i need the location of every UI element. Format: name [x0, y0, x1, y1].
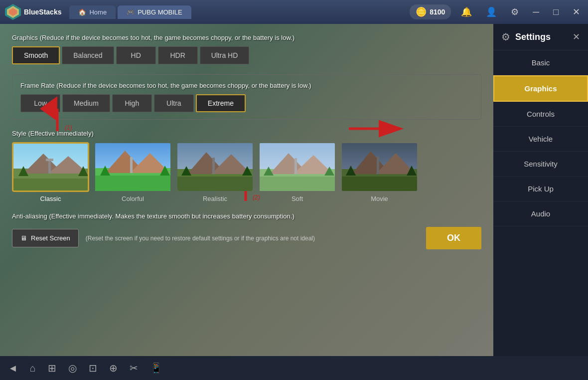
style-realistic-label: Realistic	[203, 195, 227, 202]
sidebar: ⚙ Settings ✕ Basic Graphics Controls Veh…	[493, 24, 588, 356]
notification-button[interactable]: 🔔	[457, 4, 476, 19]
style-realistic[interactable]: Realistic	[176, 142, 254, 202]
style-movie-thumb	[341, 142, 418, 192]
cut-button[interactable]: ✂	[128, 360, 140, 376]
style-soft-label: Soft	[292, 195, 303, 202]
settings-gear-icon: ⚙	[501, 31, 510, 43]
style-grid: Classic	[12, 142, 481, 202]
game-tab-label: PUBG MOBILE	[138, 8, 182, 16]
framerate-extreme-btn[interactable]: Extreme	[196, 94, 246, 112]
location-button[interactable]: ⊕	[107, 360, 120, 376]
style-movie-label: Movie	[371, 195, 388, 202]
sidebar-item-sensitivity[interactable]: Sensitivity	[493, 152, 588, 177]
svg-rect-50	[377, 157, 379, 174]
title-bar: BlueStacks 🏠 Home 🎮 PUBG MOBILE 🪙 8100 🔔…	[0, 0, 588, 24]
app-name: BlueStacks	[24, 8, 61, 16]
framerate-ultra-btn[interactable]: Ultra	[154, 94, 194, 112]
settings-title: Settings	[515, 32, 551, 42]
bluestacks-logo	[4, 3, 22, 21]
graphics-section: Graphics (Reduce if the device becomes t…	[12, 34, 481, 64]
settings-button[interactable]: ⚙	[507, 4, 523, 19]
reset-icon: 🖥	[20, 234, 27, 242]
home-tab-label: Home	[89, 8, 107, 16]
framerate-high-btn[interactable]: High	[112, 94, 152, 112]
style-classic-thumb	[12, 142, 89, 192]
ok-button[interactable]: OK	[426, 227, 481, 249]
reset-screen-button[interactable]: 🖥 Reset Screen	[12, 229, 79, 247]
back-button[interactable]: ◄	[6, 361, 20, 376]
minimize-button[interactable]: ─	[529, 5, 543, 19]
close-button[interactable]: ✕	[569, 4, 584, 19]
framerate-title: Frame Rate (Reduce if the device becomes…	[20, 82, 473, 89]
svg-rect-42	[294, 158, 297, 174]
bottom-bar: ◄ ⌂ ⊞ ◎ ⊡ ⊕ ✂ 📱	[0, 356, 588, 380]
graphics-ultrahd-btn[interactable]: Ultra HD	[200, 46, 250, 64]
svg-rect-18	[46, 159, 53, 161]
account-button[interactable]: 👤	[482, 4, 501, 19]
anti-aliasing-section: Anti-aliasing (Effective immediately. Ma…	[12, 212, 481, 220]
anti-aliasing-title: Anti-aliasing (Effective immediately. Ma…	[12, 212, 481, 220]
home-icon: 🏠	[78, 8, 86, 16]
game-tab[interactable]: 🎮 PUBG MOBILE	[118, 5, 191, 19]
svg-rect-26	[130, 157, 133, 173]
style-classic[interactable]: Classic	[12, 142, 89, 202]
sidebar-item-graphics[interactable]: Graphics	[493, 75, 588, 102]
coin-amount: 8100	[430, 8, 445, 16]
reset-note: (Reset the screen if you need to restore…	[86, 235, 419, 242]
sidebar-item-audio[interactable]: Audio	[493, 201, 588, 226]
graphics-hd-btn[interactable]: HD	[116, 46, 156, 64]
graphics-balanced-btn[interactable]: Balanced	[62, 46, 114, 64]
style-classic-label: Classic	[40, 195, 61, 202]
coins-display: 🪙 8100	[410, 4, 451, 19]
style-section: Style (Effective immediately)	[12, 130, 481, 202]
content-area: (1) (2) Graphics (Reduce if the device b…	[0, 24, 493, 356]
reset-screen-label: Reset Screen	[31, 234, 70, 242]
style-soft-thumb	[259, 142, 336, 192]
framerate-btn-group: Low Medium High Ultra Extreme	[20, 94, 473, 112]
maximize-button[interactable]: □	[549, 5, 563, 19]
bottom-controls: 🖥 Reset Screen (Reset the screen if you …	[12, 227, 481, 249]
close-settings-button[interactable]: ✕	[573, 31, 580, 42]
graphics-hdr-btn[interactable]: HDR	[158, 46, 198, 64]
svg-rect-20	[95, 173, 171, 192]
svg-rect-36	[260, 174, 336, 192]
home-tab[interactable]: 🏠 Home	[69, 5, 116, 19]
sidebar-item-pickup[interactable]: Pick Up	[493, 177, 588, 201]
graphics-title: Graphics (Reduce if the device becomes t…	[12, 34, 481, 41]
style-movie[interactable]: Movie	[341, 142, 418, 202]
framerate-medium-btn[interactable]: Medium	[62, 94, 110, 112]
style-colorful-label: Colorful	[122, 195, 144, 202]
camera-button[interactable]: ◎	[66, 360, 79, 376]
style-realistic-thumb	[176, 142, 254, 192]
graphics-btn-group: Smooth Balanced HD HDR Ultra HD	[12, 46, 481, 64]
coin-icon: 🪙	[416, 6, 427, 17]
title-bar-right: 🪙 8100 🔔 👤 ⚙ ─ □ ✕	[410, 4, 584, 19]
sidebar-item-vehicle[interactable]: Vehicle	[493, 127, 588, 152]
home-button[interactable]: ⌂	[28, 361, 38, 376]
svg-rect-44	[342, 174, 418, 192]
sidebar-item-basic[interactable]: Basic	[493, 50, 588, 75]
sidebar-header: ⚙ Settings ✕	[493, 24, 588, 50]
sidebar-item-controls[interactable]: Controls	[493, 102, 588, 127]
style-soft[interactable]: Soft	[259, 142, 336, 202]
framerate-low-btn[interactable]: Low	[20, 94, 60, 112]
apps-button[interactable]: ⊞	[46, 360, 58, 376]
screen-button[interactable]: ⊡	[87, 360, 99, 376]
svg-rect-28	[177, 174, 254, 192]
framerate-section: Frame Rate (Reduce if the device becomes…	[12, 74, 481, 120]
svg-rect-34	[212, 158, 215, 174]
graphics-smooth-btn[interactable]: Smooth	[12, 46, 60, 64]
style-colorful-thumb	[94, 142, 171, 192]
mobile-button[interactable]: 📱	[148, 360, 164, 376]
game-icon: 🎮	[127, 8, 135, 16]
style-colorful[interactable]: Colorful	[94, 142, 171, 202]
main-layout: (1) (2) Graphics (Reduce if the device b…	[0, 24, 588, 356]
style-title: Style (Effective immediately)	[12, 130, 481, 137]
